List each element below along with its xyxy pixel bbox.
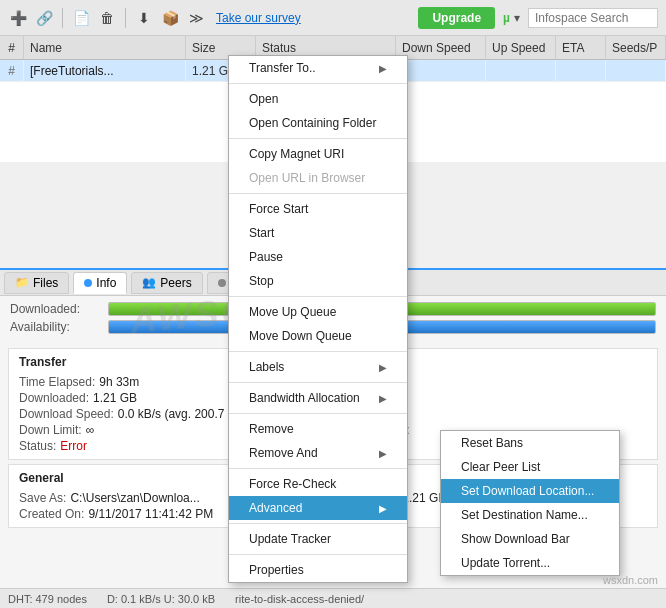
tab-peers[interactable]: 👥 Peers xyxy=(131,272,202,294)
search-input[interactable] xyxy=(528,8,658,28)
col-eta: ETA xyxy=(556,36,606,59)
created-on-val: 9/11/2017 11:41:42 PM xyxy=(88,507,213,521)
menu-clear-peer-list[interactable]: Clear Peer List xyxy=(441,455,619,479)
menu-sep-5 xyxy=(229,351,407,352)
save-as-val: C:\Users\zan\Downloa... xyxy=(70,491,199,505)
row-hash: # xyxy=(0,60,24,81)
labels-arrow: ▶ xyxy=(379,362,387,373)
created-on-label: Created On: xyxy=(19,507,84,521)
menu-stop[interactable]: Stop xyxy=(229,269,407,293)
upgrade-button[interactable]: Upgrade xyxy=(418,7,495,29)
bandwidth-arrow: ▶ xyxy=(379,393,387,404)
more-icon[interactable]: ≫ xyxy=(186,8,206,28)
status-bar: DHT: 479 nodes D: 0.1 kB/s U: 30.0 kB ri… xyxy=(0,588,666,608)
box-icon[interactable]: 📦 xyxy=(160,8,180,28)
menu-move-up[interactable]: Move Up Queue xyxy=(229,300,407,324)
utorrent-logo: µ xyxy=(503,11,510,25)
status-label: Status: xyxy=(19,439,56,453)
menu-sep-8 xyxy=(229,468,407,469)
menu-transfer-to[interactable]: Transfer To.. ▶ xyxy=(229,56,407,80)
toolbar: ➕ 🔗 📄 🗑 ⬇ 📦 ≫ Take our survey Upgrade µ … xyxy=(0,0,666,36)
menu-copy-magnet[interactable]: Copy Magnet URI xyxy=(229,142,407,166)
utorrent-dropdown[interactable]: ▾ xyxy=(514,11,520,25)
file-icon[interactable]: 📄 xyxy=(71,8,91,28)
dl-speed-label: Download Speed: xyxy=(19,407,114,421)
menu-set-download-location[interactable]: Set Download Location... xyxy=(441,479,619,503)
menu-open-url[interactable]: Open URL in Browser xyxy=(229,166,407,190)
menu-sep-1 xyxy=(229,83,407,84)
menu-advanced[interactable]: Advanced ▶ xyxy=(229,496,407,520)
save-as-label: Save As: xyxy=(19,491,66,505)
down-limit-label: Down Limit: xyxy=(19,423,82,437)
menu-show-download-bar[interactable]: Show Download Bar xyxy=(441,527,619,551)
download-icon[interactable]: ⬇ xyxy=(134,8,154,28)
dl-speed-val: 0.0 kB/s (avg. 200.7 k xyxy=(118,407,234,421)
menu-sep-3 xyxy=(229,193,407,194)
row-name: [FreeTutorials... xyxy=(24,60,186,81)
menu-remove-and[interactable]: Remove And ▶ xyxy=(229,441,407,465)
menu-reset-bans[interactable]: Reset Bans xyxy=(441,431,619,455)
peers-icon: 👥 xyxy=(142,276,156,289)
advanced-arrow: ▶ xyxy=(379,503,387,514)
menu-properties[interactable]: Properties xyxy=(229,558,407,582)
trackers-dot xyxy=(218,279,226,287)
menu-remove[interactable]: Remove xyxy=(229,417,407,441)
col-hash: # xyxy=(0,36,24,59)
menu-set-destination[interactable]: Set Destination Name... xyxy=(441,503,619,527)
menu-force-start[interactable]: Force Start xyxy=(229,197,407,221)
dht-status: DHT: 479 nodes xyxy=(8,593,87,605)
tab-files[interactable]: 📁 Files xyxy=(4,272,69,294)
toolbar-right: Upgrade µ ▾ xyxy=(418,7,658,29)
time-elapsed-label: Time Elapsed: xyxy=(19,375,95,389)
menu-sep-6 xyxy=(229,382,407,383)
utorrent-brand: µ ▾ xyxy=(503,11,520,25)
menu-sep-10 xyxy=(229,554,407,555)
col-name: Name xyxy=(24,36,186,59)
menu-sep-4 xyxy=(229,296,407,297)
trash-icon[interactable]: 🗑 xyxy=(97,8,117,28)
menu-update-torrent[interactable]: Update Torrent... xyxy=(441,551,619,575)
menu-pause[interactable]: Pause xyxy=(229,245,407,269)
menu-open[interactable]: Open xyxy=(229,87,407,111)
menu-update-tracker[interactable]: Update Tracker xyxy=(229,527,407,551)
time-elapsed-val: 9h 33m xyxy=(99,375,139,389)
toolbar-separator-1 xyxy=(62,8,63,28)
menu-force-recheck[interactable]: Force Re-Check xyxy=(229,472,407,496)
menu-move-down[interactable]: Move Down Queue xyxy=(229,324,407,348)
row-up-speed xyxy=(486,60,556,81)
link-icon[interactable]: 🔗 xyxy=(34,8,54,28)
remove-and-arrow: ▶ xyxy=(379,448,387,459)
dl-status: D: 0.1 kB/s U: 30.0 kB xyxy=(107,593,215,605)
menu-sep-2 xyxy=(229,138,407,139)
downloaded-label: Downloaded: xyxy=(10,302,100,316)
wsxdn-watermark: wsxdn.com xyxy=(603,574,658,586)
menu-labels[interactable]: Labels ▶ xyxy=(229,355,407,379)
context-menu: Transfer To.. ▶ Open Open Containing Fol… xyxy=(228,55,408,583)
col-up-speed: Up Speed xyxy=(486,36,556,59)
menu-open-folder[interactable]: Open Containing Folder xyxy=(229,111,407,135)
status-val: Error xyxy=(60,439,87,453)
row-eta xyxy=(556,60,606,81)
tab-info[interactable]: Info xyxy=(73,272,127,294)
dl-val: 1.21 GB xyxy=(93,391,137,405)
survey-link[interactable]: Take our survey xyxy=(216,11,301,25)
col-down-speed: Down Speed xyxy=(396,36,486,59)
toolbar-separator-2 xyxy=(125,8,126,28)
url-status: rite-to-disk-access-denied/ xyxy=(235,593,364,605)
info-dot xyxy=(84,279,92,287)
row-seeds xyxy=(606,60,666,81)
menu-bandwidth[interactable]: Bandwidth Allocation ▶ xyxy=(229,386,407,410)
availability-label: Availability: xyxy=(10,320,100,334)
advanced-submenu: Reset Bans Clear Peer List Set Download … xyxy=(440,430,620,576)
menu-sep-7 xyxy=(229,413,407,414)
dl-label: Downloaded: xyxy=(19,391,89,405)
menu-sep-9 xyxy=(229,523,407,524)
col-seeds: Seeds/P xyxy=(606,36,666,59)
menu-start[interactable]: Start xyxy=(229,221,407,245)
down-limit-val: ∞ xyxy=(86,423,95,437)
files-icon: 📁 xyxy=(15,276,29,289)
add-icon[interactable]: ➕ xyxy=(8,8,28,28)
submenu-arrow: ▶ xyxy=(379,63,387,74)
row-down-speed xyxy=(396,60,486,81)
